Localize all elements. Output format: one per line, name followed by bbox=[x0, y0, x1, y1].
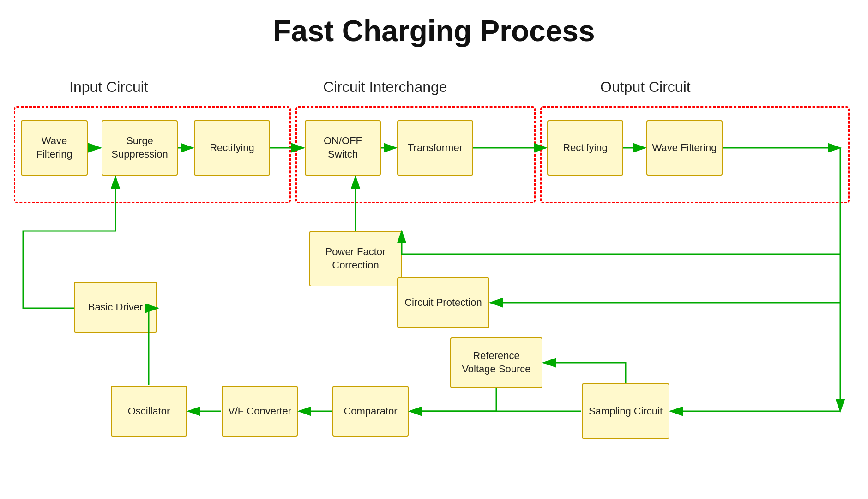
section-input-label: Input Circuit bbox=[69, 79, 148, 96]
reference-voltage-box: Reference Voltage Source bbox=[450, 337, 542, 388]
vf-converter-box: V/F Converter bbox=[222, 386, 298, 437]
basic-driver-box: Basic Driver bbox=[74, 282, 157, 333]
power-factor-box: Power Factor Correction bbox=[309, 231, 402, 286]
onoff-switch-box: ON/OFF Switch bbox=[305, 120, 381, 176]
rectify-out-box: Rectifying bbox=[547, 120, 623, 176]
sampling-circuit-box: Sampling Circuit bbox=[582, 383, 669, 439]
comparator-box: Comparator bbox=[332, 386, 409, 437]
oscillator-box: Oscillator bbox=[111, 386, 187, 437]
section-interchange-label: Circuit Interchange bbox=[323, 79, 447, 96]
page-title: Fast Charging Process bbox=[0, 0, 868, 48]
transformer-box: Transformer bbox=[397, 120, 473, 176]
wave-filter-in-box: Wave Filtering bbox=[21, 120, 88, 176]
circuit-protection-box: Circuit Protection bbox=[397, 277, 489, 328]
rectify-in-box: Rectifying bbox=[194, 120, 270, 176]
section-output-label: Output Circuit bbox=[600, 79, 691, 96]
surge-suppression-box: Surge Suppression bbox=[102, 120, 178, 176]
wave-filter-out-box: Wave Filtering bbox=[646, 120, 723, 176]
